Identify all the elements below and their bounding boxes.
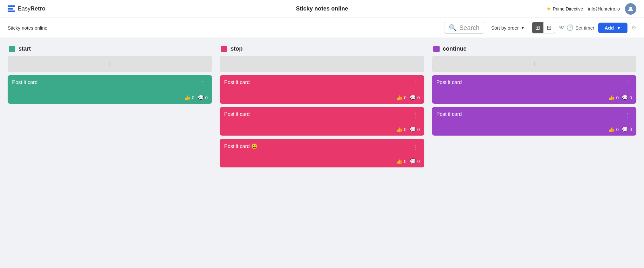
eye-icon: 👁 [559,25,565,31]
column-continue: continue + Post it card ⋮ 👍 0 💬 0 Post i… [428,46,636,262]
column-start: start + Post it card ⋮ 👍 0 💬 0 [8,46,216,262]
navbar: EasyRetro Sticky notes online ★ Prime Di… [0,0,644,18]
comment-icon: 💬 [622,126,628,132]
avatar[interactable] [625,3,636,15]
card-like-count: 0 [404,127,407,132]
search-box[interactable]: 🔍 Search [444,22,484,34]
chevron-down-icon: ▼ [521,25,525,30]
add-button[interactable]: Add ▼ [598,23,627,33]
view-toggle: ⊞ ⊟ [532,22,555,33]
logo-text-bold: Retro [31,5,45,12]
grid-view-button[interactable]: ⊞ [532,22,544,33]
column-dot-stop [221,46,227,52]
column-dot-start [9,46,15,52]
thumbs-up-icon: 👍 [396,158,403,164]
comment-icon: 💬 [410,158,416,164]
comment-icon: 💬 [410,95,416,101]
card-menu-icon[interactable]: ⋮ [410,143,420,152]
thumbs-up-icon: 👍 [608,95,615,101]
svg-point-0 [629,7,632,9]
card: Post it card ⋮ 👍 0 💬 0 [220,107,424,136]
card-likes: 👍 0 [608,126,619,132]
card-like-count: 0 [616,95,619,100]
card-like-count: 0 [616,127,619,132]
board-name-label: Sticky notes online [8,25,439,31]
card-top: Post it card 😀 ⋮ [224,143,420,152]
add-card-button-stop[interactable]: + [220,56,424,72]
column-title-start: start [18,46,31,52]
star-icon: ★ [546,6,551,12]
card-comment-count: 0 [417,127,420,132]
card-top: Post it card ⋮ [436,80,632,88]
nav-right: ★ Prime Directive info@funretro.io [427,3,636,15]
column-header-continue: continue [432,46,636,52]
card-comment-count: 0 [417,95,420,100]
card-menu-icon[interactable]: ⋮ [198,80,208,88]
prime-directive-label: Prime Directive [553,6,583,11]
card-like-count: 0 [404,95,407,100]
card-comments: 💬 0 [622,95,632,101]
card: Post it card ⋮ 👍 0 💬 0 [432,107,636,136]
column-title-stop: stop [230,46,243,52]
card: Post it card ⋮ 👍 0 💬 0 [8,75,212,104]
sort-button[interactable]: Sort by order ▼ [488,23,528,32]
card-text: Post it card 😀 [224,143,410,149]
card-footer: 👍 0 💬 0 [224,95,420,101]
card-menu-icon[interactable]: ⋮ [410,111,420,120]
card-like-count: 0 [404,159,407,164]
board: start + Post it card ⋮ 👍 0 💬 0 stop + Po… [0,38,644,268]
card-top: Post it card ⋮ [12,80,208,88]
card-text: Post it card [224,80,410,85]
list-view-button[interactable]: ⊟ [544,22,555,33]
card: Post it card 😀 ⋮ 👍 0 💬 0 [220,139,424,167]
logo-text-light: Easy [18,5,31,12]
card: Post it card ⋮ 👍 0 💬 0 [432,75,636,104]
card-menu-icon[interactable]: ⋮ [410,80,420,88]
column-title-continue: continue [443,46,467,52]
card-top: Post it card ⋮ [224,111,420,120]
card-like-count: 0 [192,95,195,100]
comment-icon: 💬 [198,95,204,101]
toolbar-center: 🔍 Search Sort by order ▼ ⊞ ⊟ 👁 🕐 Set tim… [444,22,636,34]
thumbs-up-icon: 👍 [396,95,403,101]
card-comment-count: 0 [205,95,208,100]
add-card-button-start[interactable]: + [8,56,212,72]
card-likes: 👍 0 [184,95,195,101]
card-comment-count: 0 [417,159,420,164]
add-chevron-icon: ▼ [616,25,621,31]
thumbs-up-icon: 👍 [396,126,403,132]
card-footer: 👍 0 💬 0 [436,126,632,132]
card-footer: 👍 0 💬 0 [436,95,632,101]
card-text: Post it card [224,111,410,117]
card: Post it card ⋮ 👍 0 💬 0 [220,75,424,104]
card-likes: 👍 0 [396,95,407,101]
card-comments: 💬 0 [410,95,420,101]
comment-icon: 💬 [410,126,416,132]
column-stop: stop + Post it card ⋮ 👍 0 💬 0 Post it ca… [216,46,428,262]
add-card-button-continue[interactable]: + [432,56,636,72]
logo[interactable]: EasyRetro [8,5,217,12]
timer-label: Set timer [575,25,594,31]
prime-directive[interactable]: ★ Prime Directive [546,6,583,12]
card-likes: 👍 0 [396,158,407,164]
search-placeholder: Search [459,24,479,32]
settings-icon[interactable]: ⚙ [631,24,636,31]
card-text: Post it card [12,80,198,85]
column-header-start: start [8,46,212,52]
card-likes: 👍 0 [396,126,407,132]
thumbs-up-icon: 👍 [184,95,191,101]
card-footer: 👍 0 💬 0 [224,126,420,132]
logo-text: EasyRetro [18,5,45,12]
card-comments: 💬 0 [410,158,420,164]
card-menu-icon[interactable]: ⋮ [622,111,632,120]
card-footer: 👍 0 💬 0 [12,95,208,101]
search-icon: 🔍 [449,24,457,32]
card-likes: 👍 0 [608,95,619,101]
timer-section: 👁 🕐 Set timer [559,24,594,31]
thumbs-up-icon: 👍 [608,126,615,132]
card-text: Post it card [436,80,622,85]
card-comments: 💬 0 [622,126,632,132]
card-menu-icon[interactable]: ⋮ [622,80,632,88]
card-text: Post it card [436,111,622,117]
nav-title: Sticky notes online [217,5,427,12]
